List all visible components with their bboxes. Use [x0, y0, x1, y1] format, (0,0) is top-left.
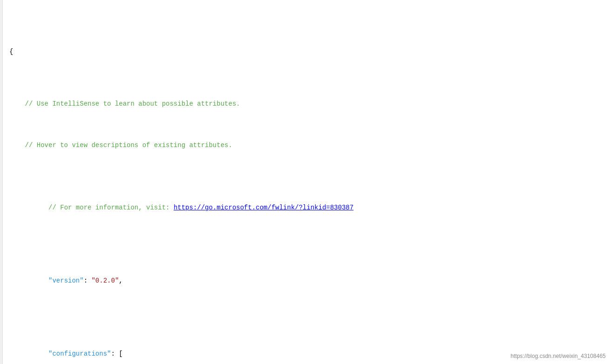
colon-1: :: [84, 277, 92, 284]
version-key: "version": [48, 277, 84, 284]
line-4: // For more information, visit: https://…: [9, 192, 606, 223]
msft-link[interactable]: https://go.microsoft.com/fwlink/?linkid=…: [174, 204, 353, 211]
comment-2: // Hover to view descriptions of existin…: [9, 140, 606, 150]
line-5: "version": "0.2.0",: [9, 265, 606, 297]
indent-4b: [33, 350, 48, 357]
watermark: https://blog.csdn.net/weixin_43108465: [511, 353, 606, 359]
configurations-line: "configurations": [: [9, 338, 606, 364]
comma-1: ,: [119, 277, 122, 284]
left-bar: [0, 0, 3, 364]
configurations-key: "configurations": [48, 350, 111, 357]
brace-open: {: [9, 47, 606, 57]
line-1: {: [9, 47, 606, 57]
comment-link-line: // For more information, visit: https://…: [9, 192, 606, 223]
line-3: // Hover to view descriptions of existin…: [9, 140, 606, 150]
comment-1: // Use IntelliSense to learn about possi…: [9, 99, 606, 109]
version-line: "version": "0.2.0",: [9, 265, 606, 297]
code-editor: { // Use IntelliSense to learn about pos…: [0, 0, 615, 364]
indent-4: [33, 277, 48, 284]
colon-2: : [: [111, 350, 122, 357]
version-val: "0.2.0": [91, 277, 119, 284]
comment-prefix: // For more information, visit:: [33, 204, 173, 211]
line-2: // Use IntelliSense to learn about possi…: [9, 99, 606, 109]
line-6: "configurations": [: [9, 338, 606, 364]
